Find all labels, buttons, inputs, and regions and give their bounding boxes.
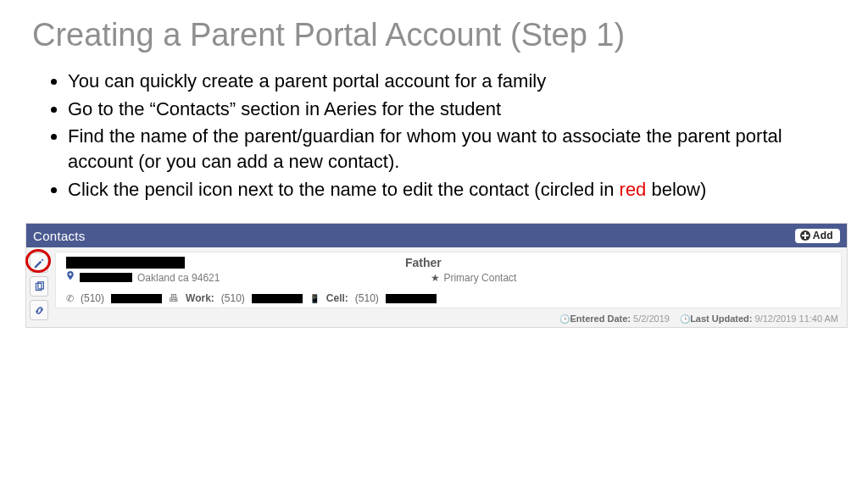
pencil-icon xyxy=(34,258,45,269)
add-label: Add xyxy=(813,230,833,241)
instruction-list: You can quickly create a parent portal a… xyxy=(68,69,817,202)
last-updated-value: 9/12/2019 11:40 AM xyxy=(755,313,838,324)
location-icon xyxy=(66,271,75,284)
redacted-cell-phone xyxy=(386,294,437,303)
phone-area: (510) xyxy=(81,292,104,304)
cell-area: (510) xyxy=(355,292,379,304)
clock-icon: 🕒 xyxy=(680,314,690,324)
fax-icon: 🖷 xyxy=(169,292,179,304)
entered-date-value: 5/2/2019 xyxy=(633,313,670,324)
redacted-name xyxy=(66,257,185,269)
plus-icon xyxy=(800,230,810,241)
mobile-icon: 📱 xyxy=(309,294,320,303)
contacts-header: Contacts Add xyxy=(26,224,847,247)
bullet-item: You can quickly create a parent portal a… xyxy=(68,69,817,94)
contact-card: Father Oakland ca 94621 ★ Primary Contac… xyxy=(55,252,842,308)
edit-button[interactable] xyxy=(30,252,48,273)
copy-button[interactable] xyxy=(30,276,48,297)
clock-icon: 🕒 xyxy=(559,314,570,324)
bullet-item: Go to the “Contacts” section in Aeries f… xyxy=(68,97,817,122)
copy-icon xyxy=(34,281,45,292)
redacted-work-phone xyxy=(252,294,303,303)
contacts-header-label: Contacts xyxy=(33,229,86,243)
bullet-item: Find the name of the parent/guardian for… xyxy=(68,124,817,174)
contacts-panel: Contacts Add F xyxy=(25,223,848,328)
link-button[interactable] xyxy=(30,300,48,320)
cell-phone-label: Cell: xyxy=(326,292,348,304)
primary-contact-label: Primary Contact xyxy=(443,272,516,284)
link-icon xyxy=(34,305,45,316)
redacted-address xyxy=(80,273,132,282)
redacted-phone xyxy=(111,294,162,303)
city-state-zip: Oakland ca 94621 xyxy=(137,272,220,284)
star-icon: ★ xyxy=(431,272,440,284)
action-column xyxy=(26,247,52,327)
work-area: (510) xyxy=(221,292,245,304)
work-phone-label: Work: xyxy=(186,292,214,304)
bullet-item: Click the pencil icon next to the name t… xyxy=(68,177,817,202)
phone-icon: ✆ xyxy=(66,293,74,304)
entered-date-label: Entered Date: xyxy=(570,313,631,324)
add-button[interactable]: Add xyxy=(795,229,840,243)
last-updated-label: Last Updated: xyxy=(690,313,752,324)
relation-label: Father xyxy=(405,256,442,269)
page-title: Creating a Parent Portal Account (Step 1… xyxy=(32,17,843,53)
contact-footer: 🕒Entered Date: 5/2/2019 🕒Last Updated: 9… xyxy=(52,313,847,327)
